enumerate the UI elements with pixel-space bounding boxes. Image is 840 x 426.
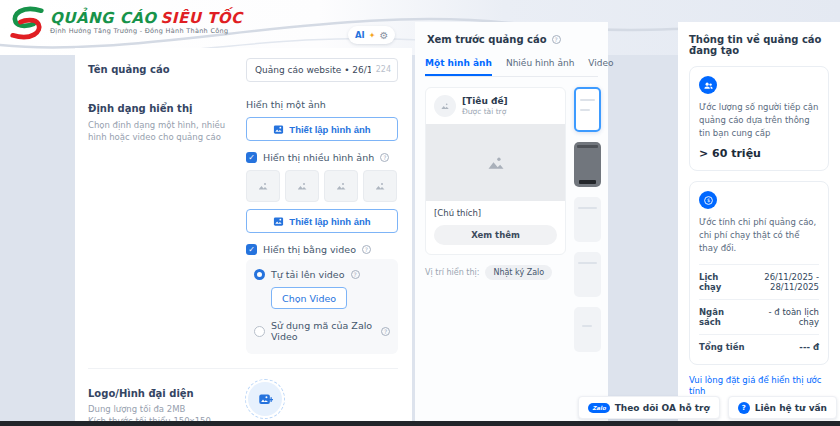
schedule-row: Lịch chạy 26/11/2025 - 28/11/2025: [699, 264, 819, 299]
image-add-icon: [258, 392, 273, 407]
support-buttons: Zalo Theo dõi OA hỗ trợ ? Liên hệ tư vấn: [578, 396, 837, 419]
mountain-icon: [486, 153, 506, 173]
follow-oa-button[interactable]: Zalo Theo dõi OA hỗ trợ: [578, 396, 719, 419]
image-slot-list: [246, 170, 398, 202]
thumbnail-video[interactable]: [574, 142, 601, 187]
thumbnail-option[interactable]: [574, 197, 601, 242]
preview-card-title: [Tiêu đề]: [462, 96, 508, 107]
preview-media-placeholder: [426, 124, 565, 201]
total-row: Tổng tiền --- đ: [699, 334, 819, 354]
brand-s-icon: [8, 4, 46, 42]
avatar: [434, 95, 456, 117]
page: QUẢNG CÁOSIÊU TỐC Định Hướng Tăng Trưởng…: [0, 0, 840, 426]
multi-image-label: Hiển thị nhiều hình ảnh: [263, 152, 374, 163]
upload-video-label: Tự tải lên video: [271, 269, 345, 280]
ad-name-counter: 224: [376, 65, 391, 74]
brand-tagline: Định Hướng Tăng Trưởng - Đồng Hành Thành…: [50, 28, 243, 35]
reach-desc: Ước lượng số người tiếp cận quảng cáo dự…: [699, 101, 819, 139]
ad-form-panel: Tên quảng cáo 224 Định dạng hiển thị Chọ…: [75, 48, 412, 421]
single-image-label: Hiển thị một ảnh: [246, 99, 398, 110]
cost-card: $ Ước tính chi phí quảng cáo, chi phí ch…: [689, 181, 829, 364]
setup-multi-image-button[interactable]: Thiết lập hình ảnh: [246, 209, 398, 233]
setup-image-button[interactable]: Thiết lập hình ảnh: [246, 117, 398, 141]
logo-desc1: Dung lượng tối đa 2MB: [88, 404, 185, 414]
video-options-box: Tự tải lên video ? Chọn Video Sử dụng mã…: [246, 259, 398, 354]
zalo-video-code-radio[interactable]: [254, 326, 265, 337]
image-slot[interactable]: [324, 170, 358, 202]
upload-video-radio[interactable]: [254, 269, 265, 280]
budget-row: Ngân sách - đ toàn lịch chạy: [699, 299, 819, 334]
tab-single-image[interactable]: Một hình ảnh: [425, 53, 492, 76]
cost-desc: Ước tính chi phí quảng cáo, chi phí chạy…: [699, 216, 819, 254]
sparkle-icon: ✦: [369, 31, 376, 40]
video-label: Hiển thị bằng video: [263, 244, 356, 255]
preview-tabs: Một hình ảnh Nhiều hình ảnh Video: [425, 53, 598, 77]
video-checkbox[interactable]: ✓: [246, 244, 257, 255]
reach-card: Ước lượng số người tiếp cận quảng cáo dự…: [689, 66, 829, 171]
preview-cta-button[interactable]: Xem thêm: [434, 225, 557, 245]
info-title: Thông tin về quảng cáo đang tạo: [689, 34, 829, 56]
thumbnail-option[interactable]: [574, 307, 601, 352]
image-slot[interactable]: [246, 170, 280, 202]
brand-name: QUẢNG CÁOSIÊU TỐC: [50, 11, 243, 26]
gear-icon[interactable]: ⚙: [379, 30, 388, 41]
preview-thumbnail-rail: [574, 87, 601, 352]
ad-preview-card: [Tiêu đề] Được tài trợ [Chú thích] Xem t…: [425, 87, 566, 255]
image-icon: [440, 101, 450, 111]
image-slot[interactable]: [363, 170, 397, 202]
ai-label: AI: [355, 30, 365, 40]
multi-image-checkbox[interactable]: ✓: [246, 152, 257, 163]
image-slot[interactable]: [285, 170, 319, 202]
headset-icon: ?: [738, 402, 750, 414]
zalo-icon: Zalo: [588, 403, 609, 413]
help-icon[interactable]: ?: [351, 270, 360, 279]
thumbnail-feed-selected[interactable]: [574, 87, 601, 132]
position-value-pill: Nhật ký Zalo: [485, 265, 552, 280]
position-label: Vị trí hiển thị:: [425, 268, 479, 277]
reach-value: > 60 triệu: [699, 147, 819, 160]
preview-caption: [Chú thích]: [426, 201, 565, 218]
ad-name-label: Tên quảng cáo: [88, 63, 246, 76]
help-icon[interactable]: ?: [381, 327, 390, 336]
zalo-video-code-label: Sử dụng mã của Zalo Video: [271, 320, 375, 342]
audience-icon: [699, 76, 717, 94]
bottom-edge-bar: [0, 421, 840, 426]
tab-multi-image[interactable]: Nhiều hình ảnh: [506, 53, 574, 76]
sponsored-label: Được tài trợ: [462, 107, 508, 116]
image-icon: [273, 216, 284, 227]
brand-logo: QUẢNG CÁOSIÊU TỐC Định Hướng Tăng Trưởng…: [8, 4, 243, 42]
preview-title: Xem trước quảng cáo: [427, 34, 547, 45]
cost-icon: $: [699, 191, 717, 209]
ad-info-panel: Thông tin về quảng cáo đang tạo Ước lượn…: [678, 22, 840, 421]
choose-video-button[interactable]: Chọn Video: [271, 287, 347, 309]
help-icon[interactable]: ?: [552, 35, 561, 44]
ad-preview-panel: Xem trước quảng cáo ? Một hình ảnh Nhiều…: [415, 22, 608, 421]
thumbnail-option[interactable]: [574, 252, 601, 297]
ai-assistant-button[interactable]: AI ✦ ⚙: [348, 26, 395, 44]
logo-label: Logo/Hình đại diện: [88, 387, 246, 400]
format-desc: Chọn định dạng một hình, nhiều hình hoặc…: [88, 119, 246, 144]
help-icon[interactable]: ?: [362, 245, 371, 254]
image-icon: [273, 124, 284, 135]
logo-upload-button[interactable]: [248, 382, 282, 416]
svg-text:$: $: [706, 197, 709, 203]
contact-support-button[interactable]: ? Liên hệ tư vấn: [728, 396, 837, 419]
help-icon[interactable]: ?: [380, 153, 389, 162]
pricing-note-link[interactable]: Vui lòng đặt giá để hiển thị ước tính: [689, 375, 829, 399]
format-label: Định dạng hiển thị: [88, 102, 246, 115]
tab-video[interactable]: Video: [588, 53, 613, 76]
